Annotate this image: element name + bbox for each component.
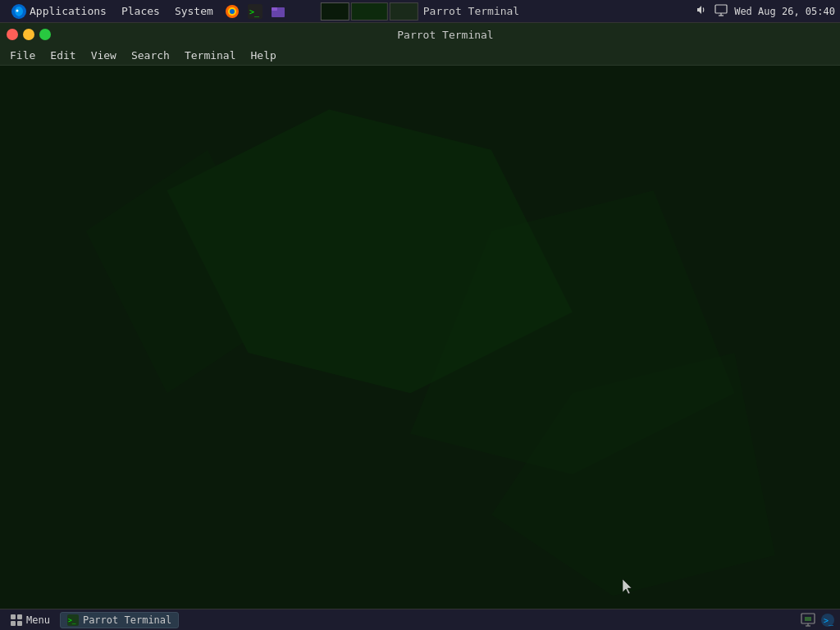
files-icon <box>271 4 285 19</box>
terminal-launcher[interactable]: >_ <box>244 2 266 21</box>
svg-rect-18 <box>11 621 16 626</box>
start-menu-button[interactable]: Menu <box>5 612 55 628</box>
apps-grid-icon <box>10 614 23 627</box>
window-title: Parrot Terminal <box>57 29 833 41</box>
display-icon[interactable] <box>714 3 728 19</box>
menu-search[interactable]: Search <box>125 48 176 63</box>
svg-text:>_: >_ <box>249 7 260 17</box>
thumbnail-3 <box>390 2 418 21</box>
clock[interactable]: Wed Aug 26, 05:40 <box>734 6 835 17</box>
window-thumbnails <box>321 2 418 21</box>
top-bar-left: Applications Places System >_ <box>5 2 289 21</box>
top-bar-center: Parrot Terminal <box>321 2 519 21</box>
svg-point-1 <box>16 9 19 11</box>
terminal-body[interactable]: └─ # nmap -T4 -A -v www.moviescope.com S… <box>0 66 840 609</box>
top-bar-right: Wed Aug 26, 05:40 <box>695 3 835 19</box>
taskbar-terminal-button[interactable]: >_ Parrot Terminal <box>60 612 179 628</box>
system-menu[interactable]: System <box>168 3 220 19</box>
window-titlebar: Parrot Terminal <box>0 23 840 46</box>
applications-label: Applications <box>30 5 107 17</box>
files-launcher[interactable] <box>267 2 289 21</box>
places-label: Places <box>121 5 160 17</box>
svg-text:>_: >_ <box>824 616 834 626</box>
terminal-icon: >_ <box>248 4 262 19</box>
parrot-logo-icon <box>11 4 26 19</box>
svg-rect-23 <box>805 617 811 621</box>
firefox-launcher[interactable] <box>221 2 243 21</box>
volume-icon[interactable] <box>695 3 708 19</box>
svg-rect-19 <box>17 621 22 626</box>
menu-view[interactable]: View <box>84 48 123 63</box>
close-button[interactable] <box>7 29 18 40</box>
taskbar-terminal-label: Parrot Terminal <box>83 614 171 626</box>
tray-monitor-icon[interactable] <box>801 613 815 628</box>
center-title: Parrot Terminal <box>423 5 519 17</box>
bottom-taskbar: Menu >_ Parrot Terminal >_ <box>0 609 840 630</box>
svg-rect-8 <box>272 7 277 11</box>
terminal-window: Parrot Terminal File Edit View Search Te… <box>0 23 840 609</box>
top-taskbar: Applications Places System >_ <box>0 0 840 23</box>
firefox-icon <box>225 4 240 19</box>
system-label: System <box>175 5 213 17</box>
thumbnail-2 <box>351 2 388 21</box>
svg-rect-9 <box>715 5 727 13</box>
menu-edit[interactable]: Edit <box>43 48 82 63</box>
window-controls <box>7 29 51 40</box>
menu-file[interactable]: File <box>3 48 42 63</box>
places-menu[interactable]: Places <box>115 3 167 19</box>
menu-terminal[interactable]: Terminal <box>178 48 243 63</box>
svg-marker-12 <box>167 109 573 393</box>
svg-rect-17 <box>17 614 22 619</box>
minimize-button[interactable] <box>23 29 34 40</box>
svg-marker-13 <box>410 190 734 474</box>
svg-marker-14 <box>86 150 289 393</box>
svg-text:>_: >_ <box>68 617 76 624</box>
menu-help[interactable]: Help <box>244 48 283 63</box>
tray-parrot-icon[interactable]: >_ <box>820 613 835 628</box>
taskbar-terminal-icon: >_ <box>67 614 79 626</box>
svg-rect-16 <box>11 614 16 619</box>
menu-label: Menu <box>26 614 50 626</box>
svg-point-4 <box>230 9 235 14</box>
applications-menu[interactable]: Applications <box>5 2 113 21</box>
bottom-right-tray: >_ <box>801 613 835 628</box>
thumbnail-1 <box>321 2 349 21</box>
maximize-button[interactable] <box>39 29 51 40</box>
svg-marker-15 <box>491 353 775 596</box>
menu-bar: File Edit View Search Terminal Help <box>0 46 840 66</box>
